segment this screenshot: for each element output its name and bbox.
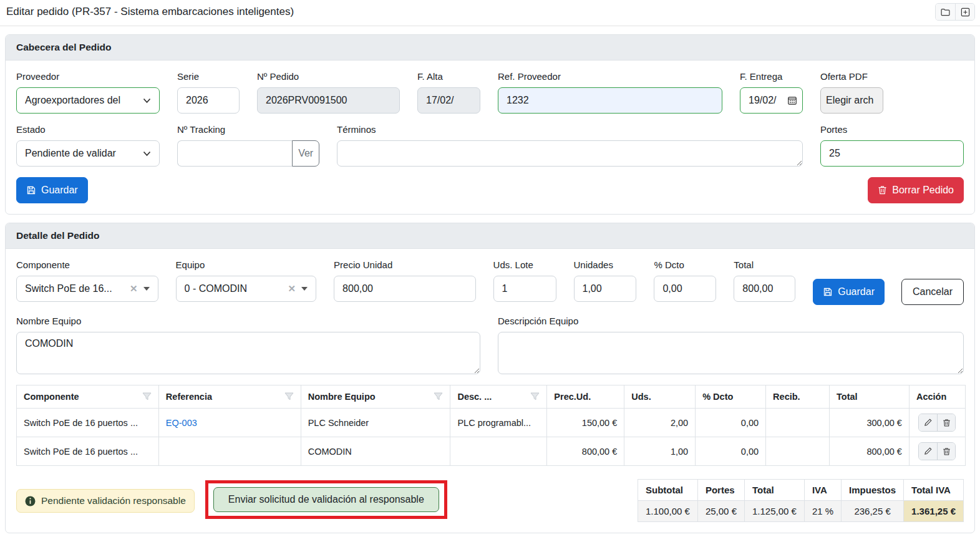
precio-unidad-field: Precio Unidad <box>334 259 476 302</box>
componente-label: Componente <box>16 259 158 270</box>
col-recib: Recib. <box>766 385 830 409</box>
borrar-pedido-button[interactable]: Borrar Pedido <box>868 177 964 203</box>
cell-nombre-equipo: PLC Schneider <box>301 409 450 437</box>
order-lines-table: Componente Referencia Nombre Equipo Desc… <box>16 385 966 466</box>
clear-icon[interactable]: ✕ <box>130 283 138 294</box>
portes-input[interactable] <box>820 140 964 167</box>
dropdown-arrow-icon[interactable] <box>143 287 150 291</box>
expand-window-button[interactable] <box>955 4 974 20</box>
col-uds: Uds. <box>624 385 696 409</box>
info-icon <box>25 496 36 506</box>
descripcion-equipo-field: Descripción Equipo <box>498 316 964 374</box>
dcto-field: % Dcto <box>654 259 716 302</box>
cell-nombre-equipo: COMODIN <box>301 437 450 466</box>
guardar-label: Guardar <box>41 185 78 196</box>
componente-value: Switch PoE de 16... <box>25 283 126 294</box>
status-badge-label: Pendiente validación responsable <box>41 495 186 506</box>
table-row: Switch PoE de 16 puertos ... EQ-003 PLC … <box>17 409 966 437</box>
cell-prec-ud: 800,00 € <box>547 437 624 466</box>
delete-row-button[interactable] <box>937 443 955 460</box>
descripcion-equipo-textarea[interactable] <box>498 332 964 374</box>
filter-icon[interactable] <box>142 392 152 401</box>
serie-label: Serie <box>177 71 240 82</box>
col-dcto: % Dcto <box>696 385 766 409</box>
totals-total: 1.125,00 € <box>744 501 804 522</box>
detalle-card: Detalle del Pedido Componente Switch PoE… <box>5 223 975 533</box>
equipo-select[interactable]: 0 - COMODIN ✕ <box>176 276 317 302</box>
terminos-textarea[interactable] <box>337 140 803 167</box>
precio-unidad-input[interactable] <box>334 276 476 302</box>
cell-total: 800,00 € <box>830 437 910 466</box>
oferta-pdf-label: Oferta PDF <box>820 71 883 82</box>
num-pedido-input <box>257 87 400 114</box>
proveedor-value: Agroexportadores del <box>25 95 137 106</box>
choose-file-button[interactable]: Elegir arch <box>820 87 883 114</box>
table-header-row: Componente Referencia Nombre Equipo Desc… <box>17 385 966 409</box>
portes-label: Portes <box>820 124 964 135</box>
totals-subtotal: 1.100,00 € <box>638 501 698 522</box>
f-alta-input <box>417 87 480 114</box>
duplicate-window-button[interactable] <box>936 4 955 20</box>
guardar-cabecera-button[interactable]: Guardar <box>16 177 88 203</box>
tracking-input[interactable] <box>177 140 292 167</box>
serie-field: Serie <box>177 71 240 114</box>
cell-uds: 1,00 <box>624 437 696 466</box>
portes-field: Portes <box>820 124 964 167</box>
filter-icon[interactable] <box>284 392 294 401</box>
proveedor-select[interactable]: Agroexportadores del <box>16 87 160 114</box>
ref-proveedor-field: Ref. Proveedor <box>498 71 722 114</box>
edit-row-button[interactable] <box>919 414 937 431</box>
serie-input[interactable] <box>177 87 240 114</box>
componente-select[interactable]: Switch PoE de 16... ✕ <box>16 276 158 302</box>
totals-table: Subtotal Portes Total IVA Impuestos Tota… <box>638 479 964 522</box>
cabecera-header: Cabecera del Pedido <box>6 35 974 61</box>
total-input[interactable] <box>734 276 795 302</box>
filter-icon[interactable] <box>434 392 443 401</box>
f-entrega-input[interactable]: 19/02/ <box>740 87 803 114</box>
num-pedido-field: Nº Pedido <box>257 71 400 114</box>
cell-recib <box>766 437 830 466</box>
ver-button[interactable]: Ver <box>292 140 319 167</box>
nombre-equipo-field: Nombre Equipo COMODIN <box>16 316 480 374</box>
col-prec-ud: Prec.Ud. <box>547 385 624 409</box>
totals-portes: 25,00 € <box>697 501 744 522</box>
totals-header-subtotal: Subtotal <box>638 480 698 501</box>
unidades-input[interactable] <box>574 276 637 302</box>
uds-lote-label: Uds. Lote <box>493 259 556 270</box>
detalle-header: Detalle del Pedido <box>6 223 974 249</box>
window-controls <box>935 3 975 21</box>
proveedor-field: Proveedor Agroexportadores del <box>16 71 160 114</box>
cell-componente: Switch PoE de 16 puertos ... <box>17 437 159 466</box>
dropdown-arrow-icon[interactable] <box>301 287 308 291</box>
totals-header-total-iva: Total IVA <box>904 480 964 501</box>
dcto-input[interactable] <box>654 276 716 302</box>
pencil-icon <box>924 447 932 455</box>
trash-icon <box>878 185 887 195</box>
tracking-label: Nº Tracking <box>177 124 319 135</box>
f-entrega-field: F. Entrega 19/02/ <box>740 71 803 114</box>
send-validation-request-button[interactable]: Enviar solicitud de validación al respon… <box>213 487 439 512</box>
annotation-highlight-box: Enviar solicitud de validación al respon… <box>205 480 447 519</box>
descripcion-equipo-label: Descripción Equipo <box>498 316 964 326</box>
pencil-icon <box>924 419 932 427</box>
uds-lote-input[interactable] <box>493 276 556 302</box>
ref-proveedor-input[interactable] <box>498 87 722 114</box>
f-entrega-value: 19/02/ <box>749 95 787 106</box>
borrar-label: Borrar Pedido <box>892 185 954 196</box>
estado-select[interactable]: Pendiente de validar <box>16 140 160 167</box>
cell-recib <box>766 409 830 437</box>
terminos-label: Términos <box>337 124 803 135</box>
ref-proveedor-label: Ref. Proveedor <box>498 71 722 82</box>
nombre-equipo-textarea[interactable]: COMODIN <box>16 332 480 374</box>
clear-icon[interactable]: ✕ <box>288 283 296 294</box>
calendar-icon[interactable] <box>787 95 797 105</box>
edit-row-button[interactable] <box>919 443 937 460</box>
totals-header-portes: Portes <box>697 480 744 501</box>
filter-icon[interactable] <box>530 392 540 401</box>
cancelar-button[interactable]: Cancelar <box>901 279 964 305</box>
col-nombre-equipo: Nombre Equipo <box>308 392 376 402</box>
save-icon <box>823 287 833 297</box>
delete-row-button[interactable] <box>937 414 955 431</box>
guardar-linea-button[interactable]: Guardar <box>813 279 885 305</box>
referencia-link[interactable]: EQ-003 <box>166 418 197 428</box>
